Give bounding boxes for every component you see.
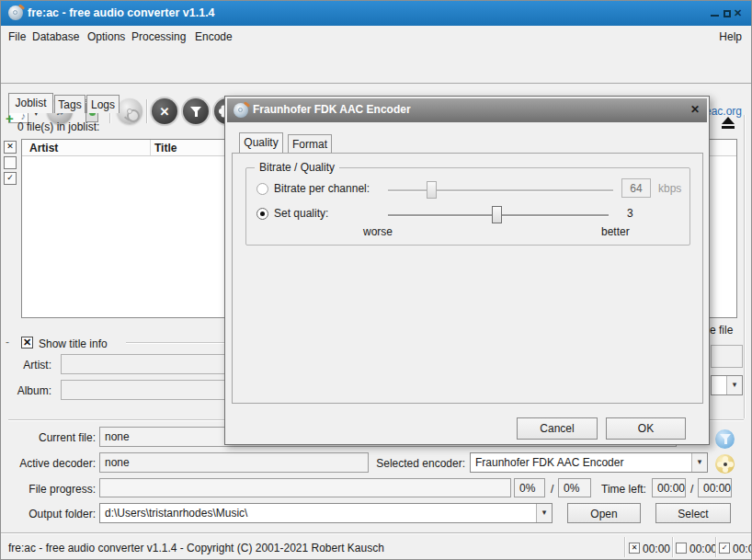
chevron-down-icon[interactable]: ▾ bbox=[536, 504, 552, 522]
quality-value: 3 bbox=[627, 207, 633, 220]
menu-file[interactable]: File bbox=[8, 30, 26, 43]
column-header-title[interactable]: Title bbox=[154, 142, 177, 154]
percent-done-box: 0% bbox=[514, 478, 545, 497]
quality-label: Set quality: bbox=[274, 207, 328, 220]
statusbar-separator bbox=[624, 537, 626, 557]
file-progress-bar bbox=[99, 478, 511, 497]
timer-total: 00:00 bbox=[733, 543, 752, 555]
settings-icon[interactable]: ✕ bbox=[152, 98, 177, 124]
bitrate-slider[interactable] bbox=[388, 189, 613, 192]
output-folder-value: d:\Users\tristanrhodes\Music\ bbox=[105, 507, 247, 520]
timer-elapsed-icon: ✕ bbox=[629, 543, 640, 554]
dialog-tab-format[interactable]: Format bbox=[288, 134, 332, 153]
statusbar-divider bbox=[1, 532, 751, 534]
window-titlebar: fre:ac - free audio converter v1.1.4 ✕ bbox=[1, 1, 751, 26]
processing-icon[interactable] bbox=[183, 98, 209, 124]
chevron-down-icon[interactable]: ▾ bbox=[691, 453, 707, 472]
time-left-box: 00:00 bbox=[652, 478, 686, 497]
app-icon bbox=[8, 6, 23, 20]
column-header-artist[interactable]: Artist bbox=[29, 142, 58, 154]
menu-encode[interactable]: Encode bbox=[195, 30, 233, 43]
right-panel-combo-fragment[interactable]: ▾ bbox=[711, 375, 743, 395]
encoder-settings-icon[interactable] bbox=[715, 454, 735, 474]
timer-total-icon: ✓ bbox=[719, 543, 730, 554]
bitrate-value-field[interactable]: 64 bbox=[621, 178, 651, 198]
joblist-count: 0 file(s) in joblist: bbox=[17, 120, 99, 133]
time-left-label: Time left: bbox=[601, 483, 646, 496]
right-panel-field-fragment[interactable] bbox=[711, 345, 743, 368]
menu-database[interactable]: Database bbox=[32, 30, 79, 43]
tab-joblist[interactable]: Joblist bbox=[8, 93, 53, 113]
cddb-query-icon[interactable] bbox=[117, 98, 142, 124]
collapse-handle[interactable]: - bbox=[6, 336, 9, 349]
active-decoder-label: Active decoder: bbox=[1, 457, 96, 470]
bitrate-slider-thumb[interactable] bbox=[427, 181, 437, 199]
ok-button[interactable]: OK bbox=[606, 417, 686, 440]
bitrate-radio[interactable] bbox=[256, 183, 268, 195]
file-progress-label: File progress: bbox=[1, 483, 96, 496]
statusbar-separator bbox=[672, 537, 674, 557]
group-title: Bitrate / Quality bbox=[255, 161, 339, 174]
time-total-box: 00:00 bbox=[698, 478, 732, 497]
dialog-titlebar: Fraunhofer FDK AAC Encoder ✕ bbox=[227, 98, 707, 122]
bitrate-unit-label: kbps bbox=[658, 182, 681, 195]
output-folder-label: Output folder: bbox=[1, 508, 96, 520]
timer-remaining: 00:00 bbox=[689, 543, 717, 555]
better-label: better bbox=[601, 225, 630, 238]
toolbar-separator bbox=[146, 99, 148, 123]
selected-encoder-label: Selected encoder: bbox=[373, 457, 465, 470]
worse-label: worse bbox=[363, 225, 393, 238]
close-button[interactable]: ✕ bbox=[732, 7, 744, 18]
open-button[interactable]: Open bbox=[567, 503, 641, 523]
current-file-label: Current file: bbox=[1, 431, 96, 444]
processing-config-icon[interactable] bbox=[715, 429, 735, 449]
chevron-down-icon[interactable]: ▾ bbox=[726, 376, 742, 394]
cancel-button[interactable]: Cancel bbox=[517, 417, 598, 440]
select-button[interactable]: Select bbox=[655, 503, 731, 523]
selected-encoder-combo[interactable]: Fraunhofer FDK AAC Encoder ▾ bbox=[470, 452, 708, 473]
bitrate-label: Bitrate per channel: bbox=[274, 182, 370, 195]
toggle-selection-button[interactable]: ✓ bbox=[4, 172, 17, 185]
menu-bar: File Database Options Processing Encode … bbox=[1, 26, 751, 47]
tab-tags[interactable]: Tags bbox=[54, 95, 85, 113]
active-decoder-field: none bbox=[99, 452, 369, 473]
timer-elapsed: 00:00 bbox=[643, 543, 670, 555]
album-label: Album: bbox=[1, 384, 51, 397]
slash-separator: / bbox=[551, 483, 553, 496]
app-window: fre:ac - free audio converter v1.1.4 ✕ F… bbox=[0, 0, 752, 560]
right-panel-label-fragment: e file bbox=[710, 324, 733, 337]
tab-logs[interactable]: Logs bbox=[86, 95, 120, 113]
statusbar-text: fre:ac - free audio converter v1.1.4 - C… bbox=[8, 542, 384, 554]
menu-processing[interactable]: Processing bbox=[131, 30, 186, 43]
dialog-tab-quality[interactable]: Quality bbox=[239, 132, 283, 153]
statusbar-separator bbox=[715, 537, 717, 557]
eject-button[interactable] bbox=[719, 116, 739, 132]
quality-slider-thumb[interactable] bbox=[492, 206, 502, 223]
percent-total-box: 0% bbox=[558, 478, 591, 497]
encoder-dialog: Fraunhofer FDK AAC Encoder ✕ Quality For… bbox=[224, 96, 710, 445]
timer-remaining-icon bbox=[676, 543, 687, 554]
menu-help[interactable]: Help bbox=[719, 30, 742, 43]
show-title-info-checkbox[interactable]: ✕ bbox=[21, 337, 33, 349]
menu-options[interactable]: Options bbox=[87, 30, 125, 43]
show-title-info-label: Show title info bbox=[39, 337, 108, 350]
slash-separator: / bbox=[690, 483, 693, 496]
selected-encoder-value: Fraunhofer FDK AAC Encoder bbox=[475, 456, 623, 469]
quality-radio[interactable] bbox=[256, 208, 268, 220]
artist-label: Artist: bbox=[1, 359, 51, 371]
minimize-button[interactable] bbox=[709, 8, 721, 19]
window-title: fre:ac - free audio converter v1.1.4 bbox=[28, 6, 215, 19]
right-panel-divider bbox=[744, 115, 746, 418]
dialog-close-icon[interactable]: ✕ bbox=[690, 103, 700, 116]
dialog-title: Fraunhofer FDK AAC Encoder bbox=[253, 103, 411, 116]
dialog-icon bbox=[234, 103, 248, 118]
output-folder-combo[interactable]: d:\Users\tristanrhodes\Music\ ▾ bbox=[99, 503, 553, 523]
select-all-button[interactable]: ✕ bbox=[4, 141, 17, 154]
select-none-button[interactable] bbox=[4, 156, 17, 169]
toolbar: + ♪ ▾ ♫ ✕ ▶ ▾ ✕ www.freac.org bbox=[1, 47, 751, 84]
